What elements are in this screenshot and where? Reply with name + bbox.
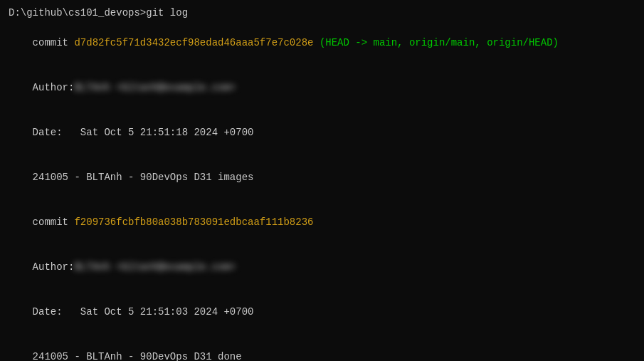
date-line-1: Date: Sat Oct 5 21:51:18 2024 +0700 [9, 110, 635, 155]
message-line-2: 241005 - BLTAnh - 90DevOps D31 done [9, 350, 635, 361]
message-line-1: 241005 - BLTAnh - 90DevOps D31 images [9, 170, 635, 185]
commit-line-1: commit d7d82fc5f71d3432ecf98edad46aaa5f7… [9, 21, 635, 66]
date-line-2: Date: Sat Oct 5 21:51:03 2024 +0700 [9, 290, 635, 335]
author-line-2: Author:BLTAnh <bltanh@example.com> [9, 245, 635, 290]
terminal-window: D:\github\cs101_devops>git log commit d7… [0, 0, 644, 361]
prompt-line: D:\github\cs101_devops>git log [9, 6, 635, 21]
commit-line-2: commit f209736fcbfb80a038b783091edbcaaf1… [9, 200, 635, 245]
author-line-1: Author:BLTAnh <bltanh@example.com> [9, 66, 635, 110]
